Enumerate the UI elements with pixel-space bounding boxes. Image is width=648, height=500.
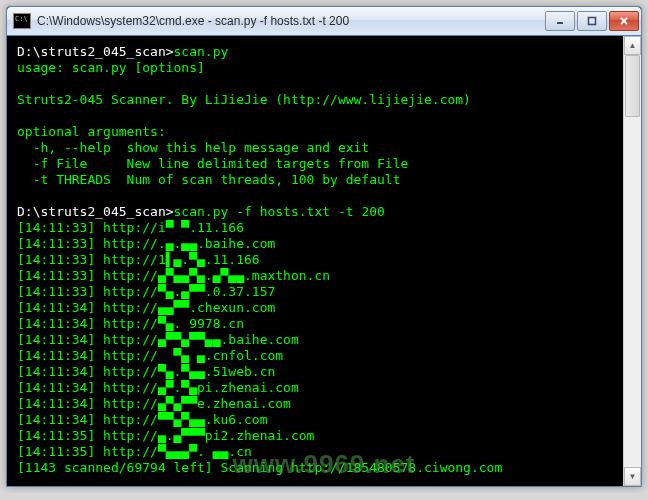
output-line: usage: scan.py [options]: [17, 60, 205, 75]
maximize-icon: [587, 16, 597, 26]
window-controls: [545, 11, 639, 31]
scan-line: [14:11:33] http://▄▀▄▄▀▄.▄▀▄▄.maxthon.cn: [17, 268, 330, 283]
output-line: Struts2-045 Scanner. By LiJieJie (http:/…: [17, 92, 471, 107]
window-title: C:\Windows\system32\cmd.exe - scan.py -f…: [37, 14, 545, 28]
command: scan.py: [174, 44, 229, 59]
prompt: D:\struts2_045_scan>: [17, 44, 174, 59]
scan-line: [14:11:34] http://▄▀▀▄▀▀▄▄.baihe.com: [17, 332, 299, 347]
scan-line: [14:11:33] http://▀▄.▄▀▀.0.37.157: [17, 284, 275, 299]
scan-line: [14:11:34] http://▄▄▀▀.chexun.com: [17, 300, 275, 315]
scroll-track[interactable]: [624, 55, 641, 467]
status-line: [1143 scanned/69794 left] Scanning http:…: [17, 460, 502, 475]
output-line: -t THREADS Num of scan threads, 100 by d…: [17, 172, 401, 187]
scan-line: [14:11:34] http://▄▀▄▀▀e.zhenai.com: [17, 396, 291, 411]
scan-line: [14:11:35] http://▀▄▄▄▀. ▄▄.cn: [17, 444, 252, 459]
scroll-up-button[interactable]: ▲: [624, 36, 641, 55]
scan-line: [14:11:34] http:// ▀▄ ▄.cnfol.com: [17, 348, 283, 363]
output-line: optional arguments:: [17, 124, 166, 139]
scan-line: [14:11:33] http://.▄.▄▄.baihe.com: [17, 236, 275, 251]
minimize-button[interactable]: [545, 11, 575, 31]
scan-line: [14:11:34] http://▀▄. 9978.cn: [17, 316, 244, 331]
close-icon: [619, 16, 629, 26]
vertical-scrollbar[interactable]: ▲ ▼: [623, 36, 641, 486]
close-button[interactable]: [609, 11, 639, 31]
scan-line: [14:11:34] http://▀▄.▀▄▄.51web.cn: [17, 364, 275, 379]
console-area: D:\struts2_045_scan>scan.py usage: scan.…: [7, 36, 641, 486]
cmd-window: C:\Windows\system32\cmd.exe - scan.py -f…: [6, 6, 642, 487]
scroll-thumb[interactable]: [625, 55, 640, 117]
minimize-icon: [555, 16, 565, 26]
scroll-down-button[interactable]: ▼: [624, 467, 641, 486]
scan-line: [14:11:34] http://▄▀.▀▄pi.zhenai.com: [17, 380, 299, 395]
scan-line: [14:11:33] http://1▌▄.▀▄.11.166: [17, 252, 260, 267]
console-output[interactable]: D:\struts2_045_scan>scan.py usage: scan.…: [7, 36, 641, 486]
scan-line: [14:11:34] http://▀▀▄▀▄▄.ku6.com: [17, 412, 267, 427]
scan-line: [14:11:33] http://i▀ ▀.11.166: [17, 220, 244, 235]
scan-line: [14:11:35] http://▄.▄▀▀▀pi2.zhenai.com: [17, 428, 314, 443]
command: scan.py -f hosts.txt -t 200: [174, 204, 385, 219]
prompt: D:\struts2_045_scan>: [17, 204, 174, 219]
output-line: -h, --help show this help message and ex…: [17, 140, 369, 155]
svg-rect-1: [589, 18, 596, 25]
cmd-icon: [13, 13, 31, 29]
output-line: -f File New line delimited targets from …: [17, 156, 408, 171]
titlebar[interactable]: C:\Windows\system32\cmd.exe - scan.py -f…: [7, 7, 641, 36]
maximize-button[interactable]: [577, 11, 607, 31]
